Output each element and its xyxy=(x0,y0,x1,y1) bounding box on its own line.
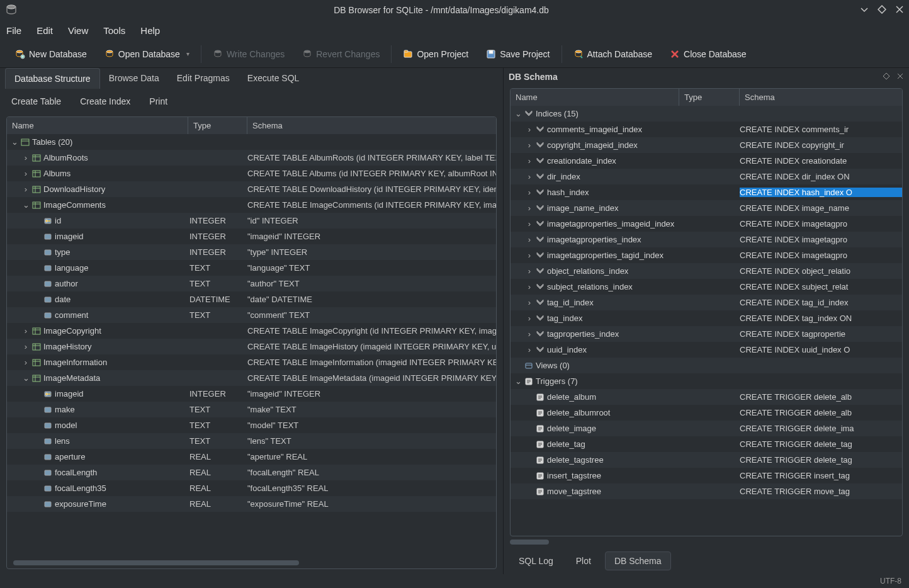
expander-closed-icon[interactable]: › xyxy=(526,203,533,213)
schema-row[interactable]: delete_imageCREATE TRIGGER delete_ima xyxy=(511,421,902,436)
tree-row[interactable]: focalLength35REAL"focalLength35" REAL xyxy=(7,480,496,496)
expander-closed-icon[interactable]: › xyxy=(526,172,533,181)
schema-row[interactable]: ›uuid_indexCREATE INDEX uuid_index O xyxy=(511,342,902,358)
schema-row[interactable]: move_tagstreeCREATE TRIGGER move_tag xyxy=(511,483,902,499)
header-schema[interactable]: Schema xyxy=(247,117,496,134)
tree-row[interactable]: ›ImageHistoryCREATE TABLE ImageHistory (… xyxy=(7,339,496,354)
tab-browse-data[interactable]: Browse Data xyxy=(100,68,168,89)
schema-row[interactable]: ›imagetagproperties_imageid_indexCREATE … xyxy=(511,216,902,232)
tree-row[interactable]: commentTEXT"comment" TEXT xyxy=(7,307,496,323)
toolbar-open-project[interactable]: Open Project xyxy=(394,45,477,63)
expander-closed-icon[interactable]: › xyxy=(526,125,533,134)
expander-closed-icon[interactable]: › xyxy=(526,345,533,354)
tree-row[interactable]: exposureTimeREAL"exposureTime" REAL xyxy=(7,496,496,512)
expander-open-icon[interactable]: ⌄ xyxy=(514,109,522,118)
tree-row[interactable]: ›ImageInformationCREATE TABLE ImageInfor… xyxy=(7,354,496,370)
menu-tools[interactable]: Tools xyxy=(103,25,125,36)
expander-closed-icon[interactable]: › xyxy=(22,184,30,194)
tab-edit-pragmas[interactable]: Edit Pragmas xyxy=(168,68,239,89)
schema-row[interactable]: ›object_relations_indexCREATE INDEX obje… xyxy=(511,263,902,279)
bottom-tab-sql-log[interactable]: SQL Log xyxy=(510,552,562,570)
tree-row[interactable]: ›AlbumRootsCREATE TABLE AlbumRoots (id I… xyxy=(7,150,496,166)
expander-closed-icon[interactable]: › xyxy=(526,140,533,150)
schema-row[interactable]: ›tag_id_indexCREATE INDEX tag_id_index xyxy=(511,295,902,310)
toolbar-save-project[interactable]: Save Project xyxy=(477,45,558,63)
expander-open-icon[interactable]: ⌄ xyxy=(514,376,522,386)
tree-row[interactable]: authorTEXT"author" TEXT xyxy=(7,276,496,291)
header-name[interactable]: Name xyxy=(7,117,188,134)
schema-row[interactable]: ›tagproperties_indexCREATE INDEX tagprop… xyxy=(511,326,902,342)
menu-view[interactable]: View xyxy=(68,25,88,36)
schema-row[interactable]: ›imagetagproperties_indexCREATE INDEX im… xyxy=(511,232,902,247)
tree-row[interactable]: dateDATETIME"date" DATETIME xyxy=(7,291,496,307)
expander-open-icon[interactable]: ⌄ xyxy=(11,137,18,147)
expander-closed-icon[interactable]: › xyxy=(526,329,533,339)
expander-closed-icon[interactable]: › xyxy=(526,251,533,260)
schema-tree-body[interactable]: ⌄Indices (15)›comments_imageid_indexCREA… xyxy=(511,106,902,536)
tree-row[interactable]: lensTEXT"lens" TEXT xyxy=(7,433,496,449)
minimize-icon[interactable] xyxy=(860,5,869,16)
bottom-tab-plot[interactable]: Plot xyxy=(567,552,600,570)
menu-edit[interactable]: Edit xyxy=(37,25,53,36)
schema-row[interactable]: ⌄Indices (15) xyxy=(511,106,902,122)
tree-row[interactable]: focalLengthREAL"focalLength" REAL xyxy=(7,465,496,480)
maximize-icon[interactable] xyxy=(878,5,886,16)
schema-header-schema[interactable]: Schema xyxy=(740,89,902,106)
expander-closed-icon[interactable]: › xyxy=(526,266,533,276)
expander-closed-icon[interactable]: › xyxy=(22,153,30,162)
schema-row[interactable]: delete_albumCREATE TRIGGER delete_alb xyxy=(511,389,902,405)
tree-row[interactable]: ›ImageCopyrightCREATE TABLE ImageCopyrig… xyxy=(7,323,496,339)
tree-row[interactable]: ›AlbumsCREATE TABLE Albums (id INTEGER P… xyxy=(7,166,496,181)
header-type[interactable]: Type xyxy=(188,117,247,134)
tab-execute-sql[interactable]: Execute SQL xyxy=(239,68,308,89)
expander-closed-icon[interactable]: › xyxy=(526,235,533,244)
tree-row[interactable]: ⌄ImageMetadataCREATE TABLE ImageMetadata… xyxy=(7,370,496,386)
expander-closed-icon[interactable]: › xyxy=(526,219,533,229)
toolbar-close-database[interactable]: Close Database xyxy=(661,45,755,63)
expander-closed-icon[interactable]: › xyxy=(22,342,30,351)
tree-row[interactable]: imageidINTEGER"imageid" INTEGER xyxy=(7,229,496,244)
tree-row[interactable]: typeINTEGER"type" INTEGER xyxy=(7,244,496,260)
structure-tree-body[interactable]: ⌄Tables (20)›AlbumRootsCREATE TABLE Albu… xyxy=(7,134,496,560)
schema-row[interactable]: ›tag_indexCREATE INDEX tag_index ON xyxy=(511,310,902,326)
menu-help[interactable]: Help xyxy=(140,25,160,36)
expander-closed-icon[interactable]: › xyxy=(22,326,30,336)
expander-closed-icon[interactable]: › xyxy=(526,188,533,197)
schema-row[interactable]: ⌄Triggers (7) xyxy=(511,373,902,389)
schema-row[interactable]: ›imagetagproperties_tagid_indexCREATE IN… xyxy=(511,247,902,263)
tree-row[interactable]: modelTEXT"model" TEXT xyxy=(7,417,496,433)
toolbar-open-database[interactable]: Open Database▾ xyxy=(96,45,198,63)
schema-row[interactable]: ›image_name_indexCREATE INDEX image_name xyxy=(511,200,902,216)
dock-float-icon[interactable] xyxy=(876,72,890,82)
schema-row[interactable]: Views (0) xyxy=(511,358,902,373)
schema-row[interactable]: delete_tagstreeCREATE TRIGGER delete_tag xyxy=(511,452,902,468)
h-scrollbar[interactable] xyxy=(13,560,490,566)
expander-closed-icon[interactable]: › xyxy=(526,314,533,323)
close-icon[interactable] xyxy=(895,5,904,16)
schema-row[interactable]: ›copyright_imageid_indexCREATE INDEX cop… xyxy=(511,137,902,153)
tab-database-structure[interactable]: Database Structure xyxy=(5,68,100,89)
schema-row[interactable]: delete_tagCREATE TRIGGER delete_tag xyxy=(511,436,902,452)
schema-header-name[interactable]: Name xyxy=(511,89,679,106)
subtoolbar-print[interactable]: Print xyxy=(145,96,167,106)
schema-row[interactable]: ›dir_indexCREATE INDEX dir_index ON xyxy=(511,169,902,184)
expander-open-icon[interactable]: ⌄ xyxy=(22,200,30,210)
tree-row[interactable]: ⌄Tables (20) xyxy=(7,134,496,150)
schema-row[interactable]: ›creationdate_indexCREATE INDEX creation… xyxy=(511,153,902,169)
schema-header-type[interactable]: Type xyxy=(679,89,740,106)
tree-row[interactable]: languageTEXT"language" TEXT xyxy=(7,260,496,276)
tree-row[interactable]: idINTEGER"id" INTEGER xyxy=(7,213,496,229)
tree-row[interactable]: apertureREAL"aperture" REAL xyxy=(7,449,496,465)
expander-closed-icon[interactable]: › xyxy=(526,298,533,307)
menu-file[interactable]: File xyxy=(6,25,21,36)
expander-closed-icon[interactable]: › xyxy=(22,358,30,367)
schema-row[interactable]: ›subject_relations_indexCREATE INDEX sub… xyxy=(511,279,902,295)
tree-row[interactable]: imageidINTEGER"imageid" INTEGER xyxy=(7,386,496,402)
toolbar-attach-database[interactable]: Attach Database xyxy=(565,45,662,63)
schema-h-scrollbar[interactable] xyxy=(510,539,903,545)
dock-close-icon[interactable] xyxy=(890,72,904,82)
expander-closed-icon[interactable]: › xyxy=(22,169,30,178)
expander-closed-icon[interactable]: › xyxy=(526,282,533,291)
toolbar-new-database[interactable]: New Database xyxy=(6,45,96,63)
schema-row[interactable]: ›hash_indexCREATE INDEX hash_index O xyxy=(511,184,902,200)
